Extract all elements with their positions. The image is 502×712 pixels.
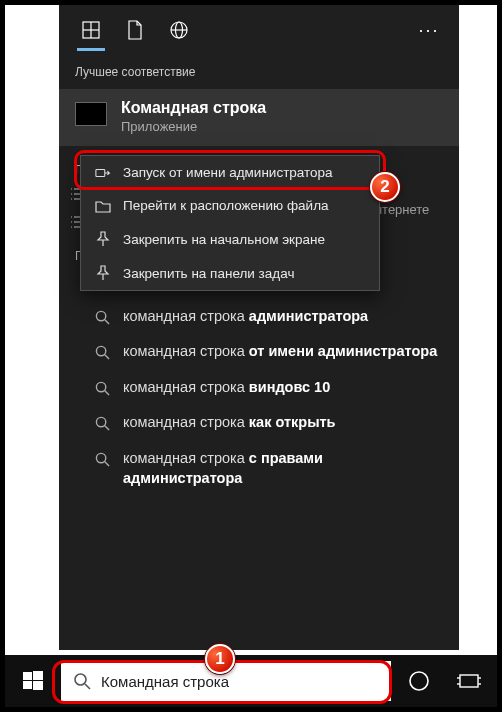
svg-point-24 bbox=[96, 311, 105, 320]
svg-point-39 bbox=[75, 674, 86, 685]
annotation-badge-1: 1 bbox=[205, 644, 235, 674]
context-menu: Запуск от имени администратора Перейти к… bbox=[80, 155, 380, 291]
task-view-button[interactable] bbox=[447, 659, 491, 703]
svg-rect-42 bbox=[460, 675, 478, 687]
shield-run-icon bbox=[95, 166, 111, 180]
svg-line-31 bbox=[105, 426, 109, 430]
more-button[interactable]: ··· bbox=[409, 20, 449, 41]
windows-icon bbox=[23, 671, 43, 691]
cortana-icon bbox=[408, 670, 430, 692]
globe-icon bbox=[170, 21, 188, 39]
svg-point-32 bbox=[96, 453, 105, 462]
best-match-text: Командная строка Приложение bbox=[121, 99, 266, 134]
svg-line-29 bbox=[105, 391, 109, 395]
suggestion-text: командная строка с правами администратор… bbox=[123, 449, 443, 488]
ctx-open-file-location[interactable]: Перейти к расположению файла bbox=[81, 189, 379, 222]
best-match-title: Командная строка bbox=[121, 99, 266, 117]
suggestion-row[interactable]: командная строка как открыть bbox=[95, 405, 443, 441]
tab-documents[interactable] bbox=[113, 5, 157, 55]
search-results-panel: ··· Лучшее соответствие Командная строка… bbox=[59, 5, 459, 650]
cortana-button[interactable] bbox=[397, 659, 441, 703]
start-button[interactable] bbox=[11, 659, 55, 703]
ctx-pin-taskbar[interactable]: Закрепить на панели задач bbox=[81, 256, 379, 290]
svg-rect-36 bbox=[33, 671, 43, 680]
suggestion-text: командная строка как открыть bbox=[123, 413, 443, 433]
suggestion-text: командная строка виндовс 10 bbox=[123, 378, 443, 398]
svg-rect-34 bbox=[96, 169, 105, 176]
grid-icon bbox=[82, 21, 100, 39]
suggestion-text: командная строка от имени администратора bbox=[123, 342, 443, 362]
tab-web[interactable] bbox=[157, 5, 201, 55]
search-icon bbox=[95, 345, 111, 360]
best-match-subtitle: Приложение bbox=[121, 119, 266, 134]
cmd-app-icon bbox=[75, 102, 107, 126]
svg-rect-35 bbox=[23, 672, 32, 680]
suggestion-row[interactable]: командная строка от имени администратора bbox=[95, 334, 443, 370]
pin-icon bbox=[95, 231, 111, 247]
search-icon bbox=[95, 310, 111, 325]
best-match-result[interactable]: Командная строка Приложение bbox=[59, 89, 459, 146]
svg-line-25 bbox=[105, 320, 109, 324]
search-icon bbox=[73, 672, 91, 690]
svg-rect-38 bbox=[33, 681, 43, 690]
svg-line-27 bbox=[105, 355, 109, 359]
tab-all[interactable] bbox=[69, 5, 113, 55]
pin-icon bbox=[95, 265, 111, 281]
annotation-badge-2: 2 bbox=[370, 172, 400, 202]
best-match-header: Лучшее соответствие bbox=[59, 55, 459, 89]
ctx-label: Запуск от имени администратора bbox=[123, 165, 333, 180]
taskbar bbox=[5, 655, 497, 707]
suggestion-row[interactable]: командная строка с правами администратор… bbox=[95, 441, 443, 496]
ctx-label: Закрепить на начальном экране bbox=[123, 232, 325, 247]
svg-point-26 bbox=[96, 347, 105, 356]
filter-tabs: ··· bbox=[59, 5, 459, 55]
ctx-label: Перейти к расположению файла bbox=[123, 198, 329, 213]
document-icon bbox=[127, 20, 143, 40]
svg-point-28 bbox=[96, 382, 105, 391]
folder-icon bbox=[95, 199, 111, 213]
suggestion-row[interactable]: командная строка виндовс 10 bbox=[95, 370, 443, 406]
svg-line-40 bbox=[85, 684, 90, 689]
svg-point-41 bbox=[410, 672, 428, 690]
svg-rect-37 bbox=[23, 681, 32, 689]
ctx-run-as-admin[interactable]: Запуск от имени администратора bbox=[81, 156, 379, 189]
suggestion-row[interactable]: командная строка администратора bbox=[95, 299, 443, 335]
search-icon bbox=[95, 452, 111, 467]
search-icon bbox=[95, 381, 111, 396]
search-icon bbox=[95, 416, 111, 431]
suggestion-text: командная строка администратора bbox=[123, 307, 443, 327]
ctx-pin-start[interactable]: Закрепить на начальном экране bbox=[81, 222, 379, 256]
search-input[interactable] bbox=[101, 673, 379, 690]
svg-point-30 bbox=[96, 418, 105, 427]
task-view-icon bbox=[457, 672, 481, 690]
svg-line-33 bbox=[105, 462, 109, 466]
ctx-label: Закрепить на панели задач bbox=[123, 266, 294, 281]
